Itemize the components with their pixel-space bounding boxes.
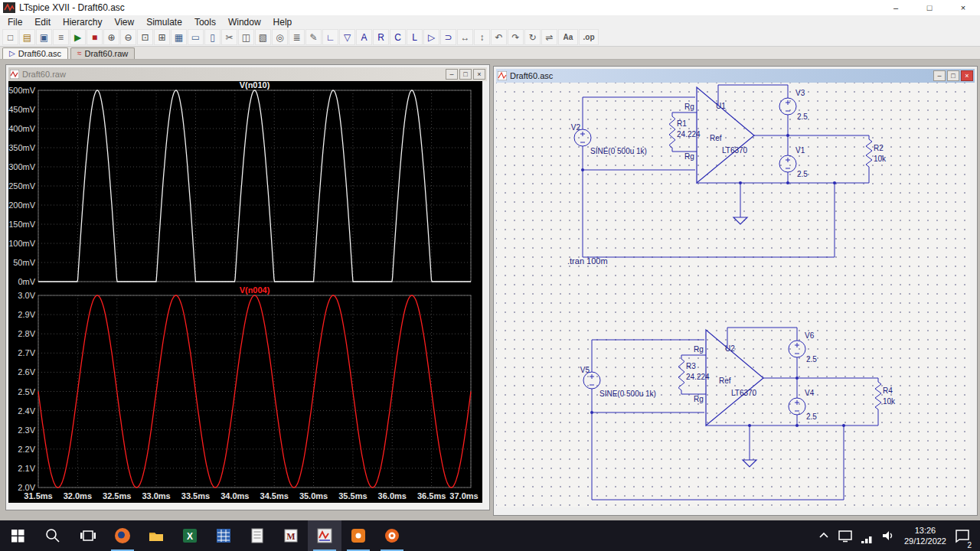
maximize-button[interactable]: □ [913,0,946,15]
paint-icon[interactable] [341,520,375,551]
mirror-button[interactable]: ⇌ [541,29,557,45]
schematic-canvas[interactable]: V2SINE(0 500u 1k)RgRgR124.224U1RefLT6370… [496,83,970,507]
text-button[interactable]: Aa [558,29,578,45]
tile-horizontal-button[interactable]: ▭ [188,29,204,45]
grid-button[interactable]: ⊞ [154,29,170,45]
menu-file[interactable]: File [2,15,28,28]
waveform-window-buttons: – □ × [446,69,485,80]
schematic-maximize-button[interactable]: □ [947,70,959,81]
volume-icon[interactable] [878,520,898,551]
capacitor-button[interactable]: C [390,29,406,45]
find-button[interactable]: ◎ [272,29,288,45]
mathematica-icon[interactable]: M [274,520,308,551]
tray-chevron-up-icon[interactable] [814,520,834,551]
schematic-minimize-button[interactable]: – [933,70,946,81]
start-button[interactable] [0,520,35,551]
menu-simulate[interactable]: Simulate [140,15,188,28]
menu-hierarchy[interactable]: Hierarchy [57,15,108,28]
svg-text:33.0ms: 33.0ms [142,491,170,500]
spreadsheet-icon[interactable] [207,520,240,551]
zoom-full-button[interactable]: ⊡ [137,29,153,45]
schematic-close-button[interactable]: × [961,70,973,81]
run-button[interactable]: ▶ [70,29,86,45]
ltspice-icon[interactable] [308,520,341,551]
notepad-icon[interactable] [240,520,274,551]
pencil-button[interactable]: ✎ [305,29,322,45]
waveform-minimize-button[interactable]: – [446,69,458,80]
schematic-window-titlebar[interactable]: Draft60.asc – □ × [496,69,975,83]
svg-text:24.224: 24.224 [677,130,701,139]
paste-button[interactable]: ▧ [255,29,271,45]
print-button[interactable]: ≣ [289,29,305,45]
tab-draft60.raw[interactable]: ≈Draft60.raw [70,47,135,59]
notification-center-button[interactable]: 2 [952,520,972,551]
svg-text:Rg: Rg [694,395,704,403]
svg-text:SINE(0 500u 1k): SINE(0 500u 1k) [590,147,647,155]
minimize-button[interactable]: – [879,0,913,15]
open-file-button[interactable]: ▤ [19,29,35,45]
svg-text:2.9V: 2.9V [18,310,35,319]
svg-text:3.0V: 3.0V [18,291,35,300]
component-button[interactable]: ⊃ [440,29,456,45]
menu-edit[interactable]: Edit [28,15,57,28]
menu-help[interactable]: Help [267,15,299,28]
svg-text:V(n004): V(n004) [240,285,270,295]
task-view-button[interactable] [70,520,106,551]
window-title: LTspice XVII - Draft60.asc [19,2,125,13]
svg-text:450mV: 450mV [8,105,36,114]
svg-text:LT6370: LT6370 [731,389,757,397]
excel-icon[interactable]: X [173,520,207,551]
menu-view[interactable]: View [108,15,140,28]
net-label-button[interactable]: A [356,29,372,45]
browser-icon[interactable] [375,520,409,551]
waveform-plot[interactable]: 500mV450mV400mV350mV300mV250mV200mV150mV… [8,81,482,503]
svg-text:2.7V: 2.7V [18,348,35,357]
schematic-doc-icon [498,71,507,80]
resistor-button[interactable]: R [373,29,389,45]
new-schematic-button[interactable]: □ [2,29,18,45]
inductor-button[interactable]: L [407,29,423,45]
svg-text:M: M [286,531,295,542]
svg-text:2.2V: 2.2V [18,445,35,454]
waveform-close-button[interactable]: × [473,69,485,80]
zoom-out-button[interactable]: ⊖ [120,29,136,45]
svg-text:V6: V6 [805,331,815,340]
tab-draft60.asc[interactable]: ▷Draft60.asc [2,47,68,59]
file-explorer-icon[interactable] [139,520,173,551]
menu-window[interactable]: Window [222,15,267,28]
svg-text:2.5: 2.5 [797,170,808,178]
wire-button[interactable]: ∟ [322,29,338,45]
ground-button[interactable]: ▽ [339,29,355,45]
diode-button[interactable]: ▷ [423,29,439,45]
waveform-window-titlebar[interactable]: Draft60.raw – □ × [8,67,487,81]
redo-button[interactable]: ↷ [508,29,524,45]
mdi-workspace: Draft60.raw – □ × 500mV450mV400mV350mV30… [0,60,980,520]
rotate-button[interactable]: ↻ [524,29,541,45]
copy-button[interactable]: ◫ [238,29,254,45]
spice-directive-button[interactable]: .op [579,29,599,45]
waveform-maximize-button[interactable]: □ [459,69,472,80]
save-button[interactable]: ▣ [36,29,52,45]
svg-text:200mV: 200mV [8,201,36,210]
tile-vertical-button[interactable]: ▯ [204,29,220,45]
close-button[interactable]: × [946,0,980,15]
drag-button[interactable]: ↕ [474,29,490,45]
firefox-icon[interactable] [106,520,139,551]
display-icon[interactable] [835,520,855,551]
zoom-in-button[interactable]: ⊕ [103,29,119,45]
control-panel-button[interactable]: ≡ [53,29,69,45]
network-icon[interactable] [857,520,877,551]
menu-tools[interactable]: Tools [188,15,222,28]
taskbar-clock[interactable]: 13:26 29/12/2022 [900,525,951,547]
svg-text:32.0ms: 32.0ms [64,491,92,500]
desktop: { "app_window": { "title": "LTspice XVII… [0,0,980,551]
undo-button[interactable]: ↶ [491,29,507,45]
cascade-windows-button[interactable]: ▦ [171,29,187,45]
halt-button[interactable]: ■ [87,29,103,45]
tab-label: Draft60.raw [84,49,128,58]
search-button[interactable] [35,520,70,551]
svg-text:Rg: Rg [694,345,704,354]
svg-text:SINE(0 500u 1k): SINE(0 500u 1k) [599,390,656,398]
move-button[interactable]: ↔ [457,29,473,45]
cut-button[interactable]: ✂ [221,29,237,45]
